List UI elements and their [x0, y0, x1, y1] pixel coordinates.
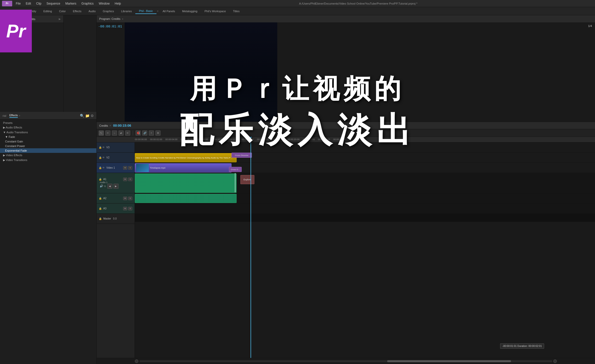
ws-tab-audio[interactable]: Audio: [85, 9, 99, 14]
a1-solo[interactable]: S: [128, 178, 132, 181]
effect-presets[interactable]: Presets: [0, 121, 96, 125]
v2-dissolve-label: Cross Dissolve: [235, 154, 248, 156]
track-row-v3: [135, 142, 595, 153]
ws-tab-phils-workspace[interactable]: Phil's Workspace: [201, 9, 229, 14]
v2-lock-icon[interactable]: 🔒: [99, 156, 102, 159]
ws-tab-phil-basic[interactable]: Phil - Basic: [135, 8, 156, 14]
effect-video-effects[interactable]: ▶ Video Effects: [0, 153, 96, 158]
v3-lock-icon[interactable]: 🔒: [99, 146, 102, 149]
btn-link[interactable]: 🔗: [142, 130, 147, 136]
track-header-v3: 🔒 👁 V3: [97, 142, 135, 153]
effect-constant-gain[interactable]: Constant Gain: [0, 139, 96, 144]
effect-constant-power[interactable]: Constant Power: [0, 144, 96, 148]
effect-audio-transitions[interactable]: ▼ Audio Transitions: [0, 130, 96, 135]
track-headers: 🔒 👁 V3 🔒 👁 V2 🔒 👁: [97, 142, 135, 358]
track-content: How to Create Scrolling Credits Narrated…: [135, 142, 595, 358]
v1-lock-icon[interactable]: 🔒: [99, 166, 102, 169]
ws-tab-metalogging[interactable]: Metalogging: [179, 9, 201, 14]
ws-tab-effects[interactable]: Effects: [69, 9, 85, 14]
monitor-title: Program: Credits: [99, 17, 120, 20]
center-panel: Program: Credits ≡ -00:00:01:01 1/: [97, 15, 595, 364]
a2-mute[interactable]: M: [123, 197, 127, 200]
a1-waveform: [135, 174, 236, 193]
ws-tab-color[interactable]: Color: [55, 9, 69, 14]
v1-dissolve-label: Cross D...: [231, 168, 240, 171]
timeline-scrollbar-thumb[interactable]: [387, 360, 511, 362]
a1-mute[interactable]: M: [123, 178, 127, 181]
ws-tab-graphics[interactable]: Graphics: [99, 9, 118, 14]
v2-dissolve[interactable]: Cross Dissolve: [231, 153, 252, 158]
btn-scroll-right[interactable]: [553, 359, 557, 363]
v1-eye-icon[interactable]: 👁: [102, 166, 105, 169]
a3-solo[interactable]: S: [128, 207, 132, 210]
menu-file[interactable]: File: [13, 1, 23, 6]
menu-markers[interactable]: Markers: [63, 1, 79, 6]
menu-clip[interactable]: Clip: [34, 1, 44, 6]
effects-folder-icon[interactable]: 📁: [85, 114, 90, 118]
timeline-scrollbar-area: [97, 358, 595, 364]
menu-sequence[interactable]: Sequence: [44, 1, 63, 6]
a1-label: A1: [103, 178, 106, 181]
a1-vol-right[interactable]: ▶: [113, 184, 119, 189]
effect-fade[interactable]: ▼ Fade: [0, 135, 96, 139]
v2-clip[interactable]: How to Create Scrolling Credits Narrated…: [135, 153, 237, 162]
menu-window[interactable]: Window: [96, 1, 112, 6]
btn-add-track[interactable]: +: [149, 130, 154, 136]
toolbar-separator: [133, 130, 133, 136]
app-container: Pr File Edit Clip Sequence Markers Graph…: [0, 0, 595, 364]
v1-mute[interactable]: M: [123, 166, 127, 170]
tool-select[interactable]: ↖: [99, 130, 104, 136]
main-layout: Pr Audio Track Mixer: Credits ▶ rial Eff…: [0, 15, 595, 364]
a2-clip[interactable]: [135, 194, 237, 203]
effects-panel-material-tab[interactable]: rial: [3, 114, 6, 117]
effect-audio-effects[interactable]: ▶ Audio Effects: [0, 125, 96, 130]
a3-lock-icon[interactable]: 🔒: [99, 207, 102, 210]
a1-fade-marker: [235, 173, 236, 192]
video-preview: [125, 22, 277, 122]
ws-tab-editing[interactable]: Editing: [40, 9, 56, 14]
a3-mute[interactable]: M: [123, 207, 127, 210]
tool-ripple[interactable]: ↔: [112, 130, 117, 136]
timeline-menu-icon[interactable]: ≡: [110, 124, 111, 127]
tool-razor[interactable]: ✂: [105, 130, 110, 136]
ws-tab-titles[interactable]: Titles: [229, 9, 243, 14]
effects-search-icon[interactable]: 🔍: [80, 114, 84, 118]
a1-lock-icon[interactable]: 🔒: [99, 178, 102, 181]
a1-explorer-clip[interactable]: Explore: [240, 175, 254, 184]
menu-help[interactable]: Help: [112, 1, 124, 6]
a1-vol-left[interactable]: ◀: [107, 184, 112, 189]
ws-tab-all-panels[interactable]: All Panels: [159, 9, 179, 14]
v1-clip[interactable]: Timelapse.mp4: [135, 163, 231, 172]
a1-clip[interactable]: [135, 173, 237, 193]
effect-exponential-fade[interactable]: Exponential Fade: [0, 148, 96, 153]
ws-tab-libraries[interactable]: Libraries: [118, 9, 135, 14]
effects-panel-effects-tab[interactable]: Effects: [9, 114, 18, 118]
menu-edit[interactable]: Edit: [23, 1, 34, 6]
v2-eye-icon[interactable]: 👁: [102, 156, 105, 159]
a2-lock-icon[interactable]: 🔒: [99, 197, 102, 200]
btn-snap[interactable]: 🧲: [136, 130, 141, 136]
master-lock-icon[interactable]: 🔒: [99, 217, 102, 220]
v3-eye-icon[interactable]: 👁: [102, 146, 105, 149]
monitor-in-point: -00:00:01:01: [97, 22, 125, 122]
menu-graphics[interactable]: Graphics: [79, 1, 96, 6]
v1-dissolve[interactable]: Cross D...: [229, 167, 242, 172]
monitor-menu-icon[interactable]: ≡: [122, 18, 123, 20]
workspace-tabs: Learning Assembly Editing Color Effects …: [0, 7, 595, 15]
timecode-negative: -00:00:01:01: [98, 24, 122, 28]
btn-scroll-left[interactable]: [135, 359, 138, 363]
v1-sync[interactable]: S: [128, 166, 132, 170]
tool-slip[interactable]: ⇄: [119, 130, 124, 136]
track-header-v2: 🔒 👁 V2: [97, 153, 135, 163]
timeline-scrollbar[interactable]: [139, 360, 552, 362]
a1-audio-label: Audio 1: [100, 181, 108, 184]
a2-label: A2: [103, 197, 106, 200]
tooltip-bar: -00:00:01:01 Duration: 00:00:02:01: [500, 343, 544, 349]
effects-settings-icon[interactable]: ⚙: [91, 114, 94, 118]
a2-solo[interactable]: S: [128, 197, 132, 200]
tool-pen[interactable]: ✏: [125, 130, 130, 136]
effect-video-transitions[interactable]: ▶ Video Transitions: [0, 158, 96, 163]
effects-panel: rial Effects ≡ 🔍 📁 ⚙ Presets ▶ Audio Eff…: [0, 112, 96, 364]
btn-settings[interactable]: ⚙: [155, 130, 161, 136]
track-header-master: 🔒 Master 0.0: [97, 214, 135, 224]
